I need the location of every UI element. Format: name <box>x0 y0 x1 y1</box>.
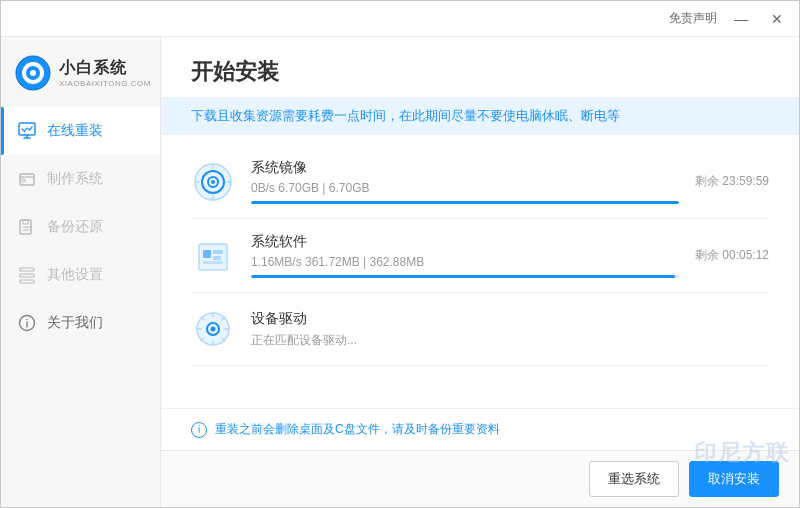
system-image-info: 系统镜像 0B/s 6.70GB | 6.70GB <box>251 159 679 204</box>
logo-sub-text: XIAOBAIXITONG.COM <box>59 79 151 88</box>
titlebar-actions: 免责声明 — ✕ <box>669 7 789 31</box>
sidebar-item-about-us[interactable]: 关于我们 <box>1 299 160 347</box>
notice-bar: 下载且收集资源需要耗费一点时间，在此期间尽量不要使电脑休眠、断电等 <box>161 97 799 135</box>
download-item-device-driver: 设备驱动 正在匹配设备驱动... <box>191 293 769 366</box>
svg-rect-19 <box>203 250 211 258</box>
sidebar-item-make-system: 制作系统 <box>1 155 160 203</box>
svg-rect-10 <box>20 274 34 277</box>
system-image-time: 剩余 23:59:59 <box>695 173 769 190</box>
action-bar: 重选系统 取消安装 <box>161 450 799 507</box>
svg-point-25 <box>211 327 216 332</box>
sidebar-label-other-settings: 其他设置 <box>47 266 103 284</box>
download-item-system-software: 系统软件 1.16MB/s 361.72MB | 362.88MB 剩余 00:… <box>191 219 769 293</box>
device-driver-name: 设备驱动 <box>251 310 753 328</box>
sidebar-item-online-reinstall[interactable]: 在线重装 <box>1 107 160 155</box>
sidebar-label-make-system: 制作系统 <box>47 170 103 188</box>
device-driver-info: 设备驱动 正在匹配设备驱动... <box>251 310 753 349</box>
content-header: 开始安装 <box>161 37 799 97</box>
system-software-icon <box>191 234 235 278</box>
system-image-progress <box>251 201 679 204</box>
sidebar-label-backup-restore: 备份还原 <box>47 218 103 236</box>
svg-rect-11 <box>20 280 34 283</box>
warning-bar: i 重装之前会删除桌面及C盘文件，请及时备份重要资料 <box>161 408 799 450</box>
cancel-install-button[interactable]: 取消安装 <box>689 461 779 497</box>
main-area: 小白系统 XIAOBAIXITONG.COM 在线重装 <box>1 37 799 507</box>
info-circle-icon <box>17 313 37 333</box>
download-list: 系统镜像 0B/s 6.70GB | 6.70GB 剩余 23:59:59 <box>161 145 799 408</box>
system-software-name: 系统软件 <box>251 233 679 251</box>
system-software-info: 系统软件 1.16MB/s 361.72MB | 362.88MB <box>251 233 679 278</box>
backup-icon <box>17 217 37 237</box>
minimize-button[interactable]: — <box>729 7 753 31</box>
system-image-progress-fill <box>251 201 679 204</box>
main-window: 免责声明 — ✕ 小白系统 XIAOBAIXITONG.C <box>0 0 800 508</box>
warning-text: 重装之前会删除桌面及C盘文件，请及时备份重要资料 <box>215 421 500 438</box>
system-image-name: 系统镜像 <box>251 159 679 177</box>
warning-info-icon: i <box>191 422 207 438</box>
system-software-progress <box>251 275 679 278</box>
sidebar-label-online-reinstall: 在线重装 <box>47 122 103 140</box>
system-image-icon <box>191 160 235 204</box>
download-item-system-image: 系统镜像 0B/s 6.70GB | 6.70GB 剩余 23:59:59 <box>191 145 769 219</box>
svg-point-13 <box>26 319 28 321</box>
titlebar: 免责声明 — ✕ <box>1 1 799 37</box>
sidebar-nav: 在线重装 制作系统 <box>1 107 160 347</box>
svg-rect-22 <box>203 261 223 264</box>
svg-rect-21 <box>213 256 221 260</box>
logo-area: 小白系统 XIAOBAIXITONG.COM <box>1 47 160 107</box>
system-software-progress-fill <box>251 275 675 278</box>
reselect-button[interactable]: 重选系统 <box>589 461 679 497</box>
svg-point-3 <box>30 70 36 76</box>
svg-rect-20 <box>213 250 223 254</box>
logo-icon <box>15 55 51 91</box>
disk-icon <box>17 169 37 189</box>
page-title: 开始安装 <box>191 57 769 87</box>
sidebar-label-about-us: 关于我们 <box>47 314 103 332</box>
logo-main-text: 小白系统 <box>59 58 151 79</box>
monitor-icon <box>17 121 37 141</box>
svg-point-17 <box>211 180 215 184</box>
disclaimer-link[interactable]: 免责声明 <box>669 10 717 27</box>
sidebar-item-other-settings: 其他设置 <box>1 251 160 299</box>
close-button[interactable]: ✕ <box>765 7 789 31</box>
content-area: 开始安装 下载且收集资源需要耗费一点时间，在此期间尽量不要使电脑休眠、断电等 <box>161 37 799 507</box>
device-driver-icon <box>191 307 235 351</box>
settings-icon <box>17 265 37 285</box>
system-software-time: 剩余 00:05:12 <box>695 247 769 264</box>
system-image-status: 0B/s 6.70GB | 6.70GB <box>251 181 679 195</box>
device-driver-status: 正在匹配设备驱动... <box>251 332 753 349</box>
sidebar-item-backup-restore: 备份还原 <box>1 203 160 251</box>
system-software-status: 1.16MB/s 361.72MB | 362.88MB <box>251 255 679 269</box>
logo-text: 小白系统 XIAOBAIXITONG.COM <box>59 58 151 88</box>
sidebar: 小白系统 XIAOBAIXITONG.COM 在线重装 <box>1 37 161 507</box>
svg-rect-9 <box>20 268 34 271</box>
svg-rect-6 <box>22 179 25 182</box>
